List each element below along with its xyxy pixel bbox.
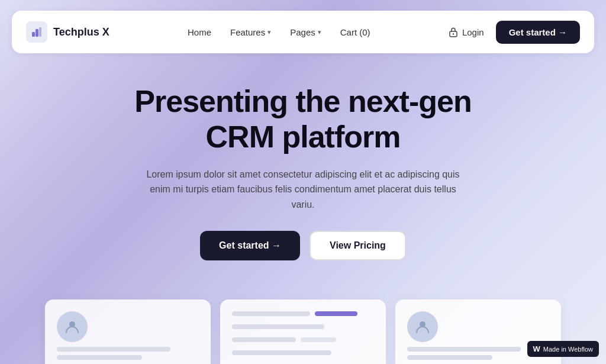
nav-cart[interactable]: Cart (0) [340, 27, 370, 37]
card-line-1 [57, 347, 170, 352]
features-chevron-icon: ▾ [267, 28, 271, 36]
get-started-nav-button[interactable]: Get started → [496, 21, 580, 44]
card-row-line-2 [232, 324, 324, 329]
login-button[interactable]: Login [449, 27, 484, 37]
hero-section: Presenting the next-gen CRM platform Lor… [0, 53, 606, 299]
card-rows [232, 311, 374, 359]
card-line-3 [407, 347, 521, 352]
hero-cta: Get started → View Pricing [0, 231, 606, 260]
logo-icon [26, 21, 47, 43]
webflow-w-icon: W [533, 344, 540, 353]
login-label: Login [462, 27, 484, 37]
svg-rect-0 [32, 32, 35, 37]
page-wrapper: Techplus X Home Features ▾ Pages ▾ Cart … [0, 0, 606, 364]
card-avatar-3 [407, 311, 438, 342]
navbar: Techplus X Home Features ▾ Pages ▾ Cart … [12, 11, 594, 53]
navbar-links: Home Features ▾ Pages ▾ Cart (0) [188, 27, 370, 37]
cards-preview [0, 299, 606, 364]
card-row-3 [232, 337, 374, 346]
webflow-badge: W Made in Webflow [527, 341, 599, 357]
brand-name: Techplus X [53, 26, 109, 38]
navbar-brand: Techplus X [26, 21, 109, 43]
card-avatar-1 [57, 311, 88, 342]
preview-card-2 [220, 299, 386, 364]
pages-chevron-icon: ▾ [318, 28, 321, 36]
hero-subtitle: Lorem ipsum dolor sit amet consectetur a… [137, 167, 469, 212]
card-line-4 [407, 355, 492, 360]
nav-pages[interactable]: Pages ▾ [290, 27, 321, 37]
nav-features[interactable]: Features ▾ [230, 27, 271, 37]
card-row-line-5 [232, 350, 331, 355]
hero-title: Presenting the next-gen CRM platform [0, 84, 606, 155]
svg-point-4 [453, 33, 454, 34]
lock-icon [449, 27, 458, 37]
card-row-1 [232, 311, 374, 320]
navbar-actions: Login Get started → [449, 21, 580, 44]
card-row-line-4 [301, 337, 336, 342]
card-row-accent-1 [315, 311, 357, 316]
card-row-2 [232, 324, 374, 333]
card-row-line-3 [232, 337, 296, 342]
view-pricing-button[interactable]: View Pricing [310, 231, 406, 260]
card-row-4 [232, 350, 374, 359]
card-line-2 [57, 355, 142, 360]
get-started-hero-button[interactable]: Get started → [200, 231, 300, 260]
preview-card-1 [45, 299, 211, 364]
svg-rect-1 [36, 29, 38, 37]
card-row-line-1 [232, 311, 310, 316]
svg-rect-2 [39, 27, 41, 37]
nav-home[interactable]: Home [188, 27, 211, 37]
